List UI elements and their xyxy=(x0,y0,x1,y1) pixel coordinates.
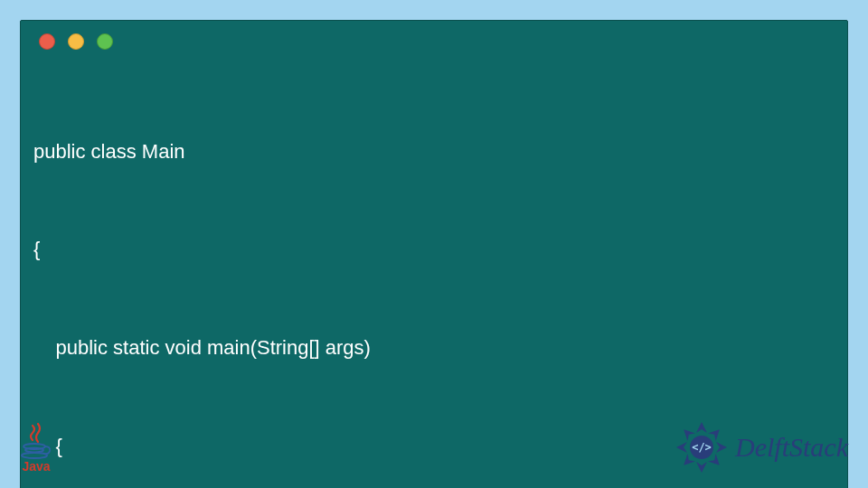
svg-point-1 xyxy=(25,448,43,453)
maximize-icon[interactable] xyxy=(97,33,113,50)
delftstack-icon: </> xyxy=(674,419,730,475)
java-logo: Java xyxy=(20,422,52,473)
window-titlebar xyxy=(21,21,847,62)
brand-name: DelftStack xyxy=(735,432,848,463)
svg-point-2 xyxy=(22,453,47,458)
code-line: { xyxy=(33,233,835,266)
delftstack-logo: </> DelftStack xyxy=(674,419,848,475)
close-icon[interactable] xyxy=(39,33,55,50)
svg-text:</>: </> xyxy=(692,441,712,454)
java-label: Java xyxy=(22,460,50,473)
code-line: public class Main xyxy=(33,136,835,168)
java-cup-icon xyxy=(20,422,52,462)
code-line: public static void main(String[] args) xyxy=(33,332,835,364)
footer: Java </> DelftStack xyxy=(20,416,848,479)
minimize-icon[interactable] xyxy=(68,33,84,50)
